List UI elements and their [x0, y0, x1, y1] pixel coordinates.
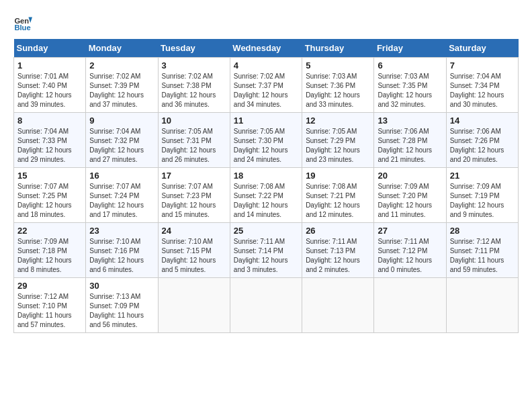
calendar-week-5: 29 Sunrise: 7:12 AM Sunset: 7:10 PM Dayl… — [14, 278, 519, 333]
calendar-cell: 7 Sunrise: 7:04 AM Sunset: 7:34 PM Dayli… — [446, 58, 518, 113]
day-info: Sunrise: 7:10 AM Sunset: 7:15 PM Dayligh… — [162, 237, 226, 275]
weekday-header-tuesday: Tuesday — [158, 39, 230, 58]
day-number: 16 — [89, 171, 154, 181]
day-number: 3 — [162, 60, 226, 71]
day-info: Sunrise: 7:02 AM Sunset: 7:37 PM Dayligh… — [234, 72, 298, 109]
weekday-header-monday: Monday — [86, 39, 158, 58]
calendar-week-2: 8 Sunrise: 7:04 AM Sunset: 7:33 PM Dayli… — [14, 113, 519, 168]
day-number: 8 — [17, 116, 82, 126]
calendar-cell: 24 Sunrise: 7:10 AM Sunset: 7:15 PM Dayl… — [158, 223, 230, 278]
calendar-cell: 14 Sunrise: 7:06 AM Sunset: 7:26 PM Dayl… — [446, 113, 518, 168]
day-info: Sunrise: 7:05 AM Sunset: 7:29 PM Dayligh… — [306, 127, 370, 165]
day-info: Sunrise: 7:06 AM Sunset: 7:26 PM Dayligh… — [450, 127, 515, 165]
day-info: Sunrise: 7:03 AM Sunset: 7:36 PM Dayligh… — [306, 72, 370, 109]
day-number: 18 — [234, 171, 298, 181]
calendar-cell: 8 Sunrise: 7:04 AM Sunset: 7:33 PM Dayli… — [14, 113, 86, 168]
day-info: Sunrise: 7:08 AM Sunset: 7:22 PM Dayligh… — [234, 182, 298, 220]
day-info: Sunrise: 7:05 AM Sunset: 7:30 PM Dayligh… — [234, 127, 298, 165]
calendar-week-4: 22 Sunrise: 7:09 AM Sunset: 7:18 PM Dayl… — [14, 223, 519, 278]
page-header: Gen Blue — [13, 13, 519, 32]
calendar-cell: 22 Sunrise: 7:09 AM Sunset: 7:18 PM Dayl… — [14, 223, 86, 278]
day-number: 5 — [306, 60, 370, 71]
calendar-cell: 11 Sunrise: 7:05 AM Sunset: 7:30 PM Dayl… — [230, 113, 302, 168]
day-info: Sunrise: 7:11 AM Sunset: 7:12 PM Dayligh… — [378, 237, 442, 275]
calendar-cell: 26 Sunrise: 7:11 AM Sunset: 7:13 PM Dayl… — [302, 223, 374, 278]
day-number: 17 — [162, 171, 226, 181]
day-info: Sunrise: 7:02 AM Sunset: 7:39 PM Dayligh… — [89, 72, 154, 109]
calendar-cell: 25 Sunrise: 7:11 AM Sunset: 7:14 PM Dayl… — [230, 223, 302, 278]
calendar-cell: 4 Sunrise: 7:02 AM Sunset: 7:37 PM Dayli… — [230, 58, 302, 113]
day-number: 1 — [17, 60, 82, 71]
day-info: Sunrise: 7:12 AM Sunset: 7:10 PM Dayligh… — [17, 292, 82, 330]
calendar-body: 1 Sunrise: 7:01 AM Sunset: 7:40 PM Dayli… — [14, 58, 519, 333]
day-number: 2 — [89, 60, 154, 71]
day-number: 12 — [306, 116, 370, 126]
weekday-header-saturday: Saturday — [446, 39, 518, 58]
svg-marker-2 — [28, 17, 32, 23]
calendar-week-3: 15 Sunrise: 7:07 AM Sunset: 7:25 PM Dayl… — [14, 168, 519, 223]
calendar-cell: 17 Sunrise: 7:07 AM Sunset: 7:23 PM Dayl… — [158, 168, 230, 223]
calendar-cell: 30 Sunrise: 7:13 AM Sunset: 7:09 PM Dayl… — [86, 278, 158, 333]
calendar-week-1: 1 Sunrise: 7:01 AM Sunset: 7:40 PM Dayli… — [14, 58, 519, 113]
weekday-header-sunday: Sunday — [14, 39, 86, 58]
calendar-cell — [446, 278, 518, 333]
calendar-cell: 10 Sunrise: 7:05 AM Sunset: 7:31 PM Dayl… — [158, 113, 230, 168]
day-number: 6 — [378, 60, 442, 71]
day-number: 4 — [234, 60, 298, 71]
day-number: 9 — [89, 116, 154, 126]
calendar-cell: 1 Sunrise: 7:01 AM Sunset: 7:40 PM Dayli… — [14, 58, 86, 113]
calendar-cell: 18 Sunrise: 7:08 AM Sunset: 7:22 PM Dayl… — [230, 168, 302, 223]
calendar-cell — [158, 278, 230, 333]
day-number: 24 — [162, 226, 226, 236]
day-number: 26 — [306, 226, 370, 236]
day-number: 27 — [378, 226, 442, 236]
calendar-cell: 19 Sunrise: 7:08 AM Sunset: 7:21 PM Dayl… — [302, 168, 374, 223]
day-info: Sunrise: 7:09 AM Sunset: 7:20 PM Dayligh… — [378, 182, 442, 220]
day-info: Sunrise: 7:12 AM Sunset: 7:11 PM Dayligh… — [450, 237, 515, 275]
day-info: Sunrise: 7:08 AM Sunset: 7:21 PM Dayligh… — [306, 182, 370, 220]
calendar-cell — [374, 278, 446, 333]
day-number: 30 — [89, 281, 154, 291]
day-info: Sunrise: 7:04 AM Sunset: 7:34 PM Dayligh… — [450, 72, 515, 109]
day-info: Sunrise: 7:13 AM Sunset: 7:09 PM Dayligh… — [89, 292, 154, 330]
day-info: Sunrise: 7:09 AM Sunset: 7:19 PM Dayligh… — [450, 182, 515, 220]
day-number: 20 — [378, 171, 442, 181]
day-number: 7 — [450, 60, 515, 71]
logo-icon: Gen Blue — [13, 13, 32, 32]
weekday-header-wednesday: Wednesday — [230, 39, 302, 58]
logo: Gen Blue — [13, 13, 35, 32]
calendar-cell: 12 Sunrise: 7:05 AM Sunset: 7:29 PM Dayl… — [302, 113, 374, 168]
day-number: 29 — [17, 281, 82, 291]
calendar-cell: 2 Sunrise: 7:02 AM Sunset: 7:39 PM Dayli… — [86, 58, 158, 113]
calendar-cell — [230, 278, 302, 333]
day-info: Sunrise: 7:02 AM Sunset: 7:38 PM Dayligh… — [162, 72, 226, 109]
day-number: 14 — [450, 116, 515, 126]
calendar-cell: 6 Sunrise: 7:03 AM Sunset: 7:35 PM Dayli… — [374, 58, 446, 113]
calendar-cell — [302, 278, 374, 333]
day-number: 10 — [162, 116, 226, 126]
day-number: 11 — [234, 116, 298, 126]
calendar-cell: 5 Sunrise: 7:03 AM Sunset: 7:36 PM Dayli… — [302, 58, 374, 113]
calendar-cell: 15 Sunrise: 7:07 AM Sunset: 7:25 PM Dayl… — [14, 168, 86, 223]
calendar-cell: 23 Sunrise: 7:10 AM Sunset: 7:16 PM Dayl… — [86, 223, 158, 278]
svg-text:Blue: Blue — [14, 24, 30, 32]
day-info: Sunrise: 7:09 AM Sunset: 7:18 PM Dayligh… — [17, 237, 82, 275]
day-number: 23 — [89, 226, 154, 236]
day-number: 22 — [17, 226, 82, 236]
calendar-cell: 28 Sunrise: 7:12 AM Sunset: 7:11 PM Dayl… — [446, 223, 518, 278]
calendar-cell: 27 Sunrise: 7:11 AM Sunset: 7:12 PM Dayl… — [374, 223, 446, 278]
weekday-header-thursday: Thursday — [302, 39, 374, 58]
day-number: 21 — [450, 171, 515, 181]
day-info: Sunrise: 7:04 AM Sunset: 7:32 PM Dayligh… — [89, 127, 154, 165]
calendar-cell: 3 Sunrise: 7:02 AM Sunset: 7:38 PM Dayli… — [158, 58, 230, 113]
day-info: Sunrise: 7:07 AM Sunset: 7:23 PM Dayligh… — [162, 182, 226, 220]
day-number: 28 — [450, 226, 515, 236]
calendar-cell: 9 Sunrise: 7:04 AM Sunset: 7:32 PM Dayli… — [86, 113, 158, 168]
calendar-cell: 21 Sunrise: 7:09 AM Sunset: 7:19 PM Dayl… — [446, 168, 518, 223]
day-info: Sunrise: 7:03 AM Sunset: 7:35 PM Dayligh… — [378, 72, 442, 109]
calendar-cell: 16 Sunrise: 7:07 AM Sunset: 7:24 PM Dayl… — [86, 168, 158, 223]
calendar-cell: 20 Sunrise: 7:09 AM Sunset: 7:20 PM Dayl… — [374, 168, 446, 223]
day-info: Sunrise: 7:01 AM Sunset: 7:40 PM Dayligh… — [17, 72, 82, 109]
day-info: Sunrise: 7:11 AM Sunset: 7:13 PM Dayligh… — [306, 237, 370, 275]
day-number: 15 — [17, 171, 82, 181]
